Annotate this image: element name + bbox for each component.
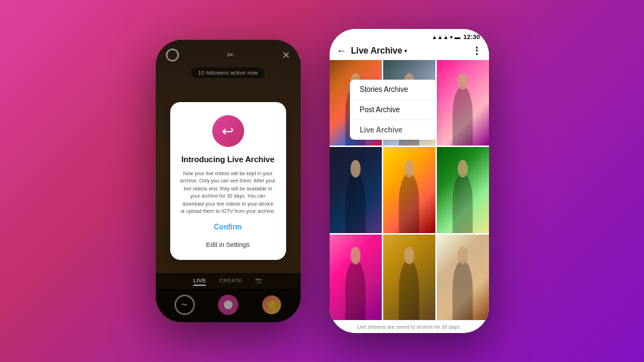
dropdown-post-archive[interactable]: Post Archive bbox=[350, 100, 437, 120]
back-button[interactable]: ← bbox=[337, 45, 347, 56]
right-phone-screen: ▲▲▲ ▾ ▬ 12:30 ← Live Archive ▾ ⋮ Stories… bbox=[330, 29, 489, 333]
modal-title: Introducing Live Archive bbox=[180, 154, 276, 164]
signal-icon: ▲▲▲ bbox=[432, 34, 449, 41]
wifi-icon: ▾ bbox=[450, 34, 453, 41]
title-row: Live Archive ▾ bbox=[351, 46, 467, 56]
right-phone: ▲▲▲ ▾ ▬ 12:30 ← Live Archive ▾ ⋮ Stories… bbox=[330, 29, 489, 333]
dropdown-menu: Stories Archive Post Archive Live Archiv… bbox=[350, 80, 437, 140]
grid-cell-5[interactable] bbox=[383, 147, 435, 232]
dropdown-live-archive[interactable]: Live Archive bbox=[350, 120, 437, 140]
grid-cell-3[interactable] bbox=[437, 60, 489, 146]
grid-cell-4[interactable] bbox=[330, 147, 382, 232]
grid-cell-7[interactable] bbox=[330, 235, 382, 320]
dropdown-toggle[interactable]: ▾ bbox=[404, 48, 407, 54]
grid-cell-6[interactable] bbox=[437, 147, 489, 232]
status-icons: ▲▲▲ ▾ ▬ bbox=[432, 34, 461, 41]
dropdown-stories-archive[interactable]: Stories Archive bbox=[350, 80, 437, 100]
modal-overlay: ↩ Introducing Live Archive Now your live… bbox=[156, 40, 301, 322]
top-bar: ← Live Archive ▾ ⋮ Stories Archive Post … bbox=[330, 42, 489, 60]
modal-icon: ↩ bbox=[212, 115, 244, 147]
status-bar: ▲▲▲ ▾ ▬ 12:30 bbox=[330, 29, 489, 42]
grid-cell-8[interactable] bbox=[383, 235, 435, 320]
left-phone-screen: ✂ ✕ 10 followers active now ↩ Introducin… bbox=[156, 40, 301, 322]
battery-icon: ▬ bbox=[454, 34, 460, 41]
live-archive-modal: ↩ Introducing Live Archive Now your live… bbox=[170, 102, 286, 259]
grid-cell-9[interactable] bbox=[437, 235, 489, 320]
status-time: 12:30 bbox=[463, 33, 480, 41]
edit-settings-button[interactable]: Edit in Settings bbox=[206, 241, 249, 248]
archive-icon: ↩ bbox=[222, 122, 234, 140]
left-phone: ✂ ✕ 10 followers active now ↩ Introducin… bbox=[156, 40, 301, 322]
more-options-button[interactable]: ⋮ bbox=[472, 45, 482, 56]
archive-notice: Live streams are saved to archive for 30… bbox=[330, 320, 489, 333]
modal-description: Now your live videos will be kept in you… bbox=[180, 170, 276, 216]
confirm-button[interactable]: Confirm bbox=[180, 223, 276, 231]
archive-title: Live Archive bbox=[351, 46, 403, 56]
